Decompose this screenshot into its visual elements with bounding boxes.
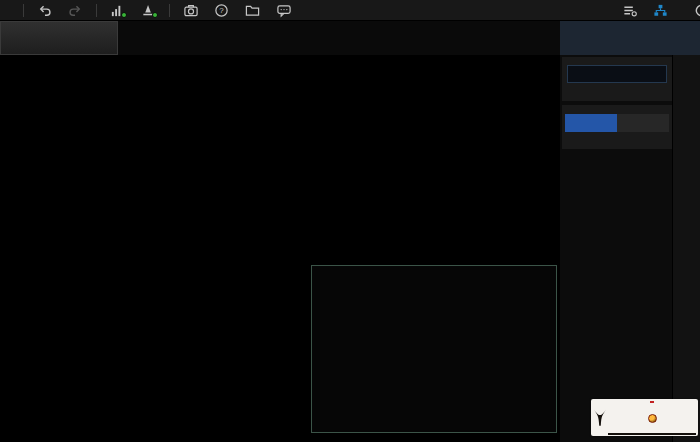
trace1-title [16,58,20,69]
etalon-watermark [591,399,698,436]
watermark-brand [647,414,658,423]
panel-tab-strip [672,55,700,442]
watermark-top-text [650,401,654,403]
toolbar-right-group [614,0,700,21]
measurement-mode-dropdown[interactable] [0,21,118,55]
toolbar-divider [23,4,24,17]
marker-peak-icon[interactable] [136,0,161,20]
refresh-icon[interactable] [689,1,700,21]
trace3-window[interactable] [0,253,308,442]
toolbar-divider [169,4,170,17]
avg-toggle-card [562,105,672,149]
folder-icon[interactable] [240,0,265,20]
rf-spectrum-plot[interactable] [26,268,303,408]
avg-number-label [562,57,672,61]
etalon-logo-icon [593,400,608,435]
top-toolbar: ? [0,0,700,21]
avg-number-card [562,57,672,101]
meas-setup-panel [560,21,700,442]
payload-length-row [317,281,556,292]
instrument-screen: ? [0,0,700,442]
trace1-window[interactable] [0,55,308,253]
table-header-row [317,292,556,302]
status-dot-green [121,12,127,18]
avg-on-button[interactable] [565,114,617,132]
avg-off-button[interactable] [617,114,669,132]
avg-number-input[interactable] [567,65,667,83]
result-sum-table [311,265,557,433]
trace4-window[interactable] [294,253,560,442]
avg-label [562,105,672,109]
watermark-bottom-text [608,433,696,435]
help-icon[interactable]: ? [209,0,234,20]
packet-info-row [317,270,556,281]
message-icon[interactable] [271,0,296,20]
demod-waveform-plot[interactable] [311,68,556,234]
status-bar [0,21,560,55]
camera-icon[interactable] [178,0,203,20]
marker-signal-icon[interactable] [105,0,130,20]
console-icon[interactable] [617,1,642,21]
toolbar-divider [96,4,97,17]
redo-icon[interactable] [63,0,88,20]
trace2-window[interactable] [294,55,560,253]
panel-title [560,21,700,55]
lan-icon[interactable] [648,1,673,21]
rf-envelope-plot[interactable] [26,68,303,233]
globe-icon [648,414,657,423]
svg-text:?: ? [219,6,224,15]
avg-toggle [565,114,669,132]
status-dot-green [152,12,158,18]
undo-icon[interactable] [32,0,57,20]
